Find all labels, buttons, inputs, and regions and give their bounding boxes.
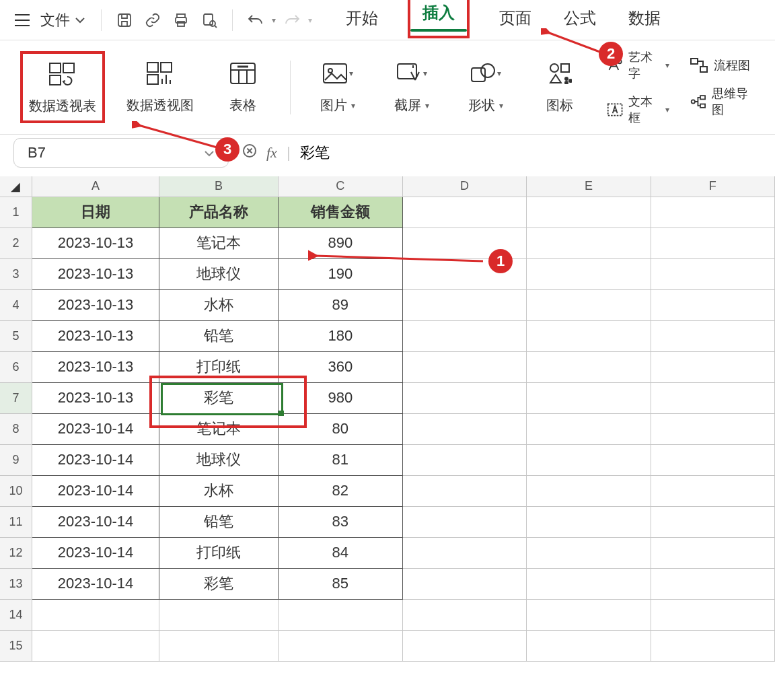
cell[interactable]: 铅笔 [159,320,279,351]
cell[interactable] [651,475,774,506]
cell[interactable]: 2023-10-14 [32,413,159,444]
cell[interactable]: 水杯 [159,289,279,320]
cell[interactable]: 打印纸 [159,537,279,568]
cell[interactable]: 销售金额 [278,197,402,228]
cell[interactable] [651,599,774,630]
row-header[interactable]: 11 [0,506,32,537]
cell[interactable] [402,568,526,599]
cell[interactable] [527,258,651,289]
grid[interactable]: ◢ A B C D E F 1 日期 产品名称 销售金额 2 2023-10-1… [0,176,775,662]
cell[interactable]: 笔记本 [159,228,279,258]
cell[interactable]: 89 [278,289,402,320]
cell[interactable]: 2023-10-13 [32,289,159,320]
cell[interactable]: 190 [278,258,402,289]
row-header[interactable]: 12 [0,537,32,568]
flowchart-button[interactable]: 流程图 [690,57,755,73]
formula-input[interactable] [300,144,569,162]
tab-insert[interactable]: 插入 [408,0,470,38]
cell[interactable]: 2023-10-13 [32,351,159,382]
select-all-corner[interactable]: ◢ [0,176,32,197]
cell[interactable] [402,630,526,661]
icons-button[interactable]: 图标 [533,53,587,121]
cell[interactable] [651,228,774,258]
cell[interactable]: 打印纸 [159,351,279,382]
cell[interactable]: 83 [278,506,402,537]
col-header-F[interactable]: F [651,176,774,197]
cell[interactable] [527,537,651,568]
cell[interactable] [651,537,774,568]
name-box[interactable]: B7 [13,138,229,168]
screenshot-button[interactable]: ▾ 截屏▾ [385,53,439,121]
cell[interactable] [278,599,402,630]
cell[interactable]: 铅笔 [159,506,279,537]
cell[interactable]: 彩笔 [159,568,279,599]
cell[interactable] [527,599,651,630]
cell[interactable]: 2023-10-13 [32,382,159,413]
chevron-down-icon[interactable]: ▾ [308,15,312,25]
cell[interactable] [402,382,526,413]
tab-data[interactable]: 数据 [626,2,663,38]
cell[interactable] [527,197,651,228]
cell[interactable] [527,444,651,475]
cell[interactable]: 日期 [32,197,159,228]
row-header[interactable]: 9 [0,444,32,475]
hamburger-icon[interactable] [13,13,31,28]
cell[interactable]: 2023-10-14 [32,537,159,568]
cell[interactable] [402,506,526,537]
cell[interactable] [402,197,526,228]
cell[interactable]: 180 [278,320,402,351]
cell[interactable]: 2023-10-13 [32,258,159,289]
pivot-table-button[interactable]: 数据透视表 [20,51,105,123]
cell[interactable] [32,599,159,630]
cell[interactable] [278,630,402,661]
cell[interactable] [651,289,774,320]
row-header[interactable]: 7 [0,382,32,413]
row-header[interactable]: 8 [0,413,32,444]
cell[interactable] [527,506,651,537]
chevron-down-icon[interactable]: ▾ [272,15,276,25]
cell[interactable]: 2023-10-13 [32,228,159,258]
cell[interactable] [651,320,774,351]
cell[interactable] [402,599,526,630]
active-cell[interactable]: 彩笔 [159,382,279,413]
row-header[interactable]: 14 [0,599,32,630]
col-header-A[interactable]: A [32,176,159,197]
undo-icon[interactable] [244,8,268,32]
cell[interactable]: 980 [278,382,402,413]
cell[interactable] [527,475,651,506]
cell[interactable] [402,475,526,506]
cell[interactable] [651,258,774,289]
cell[interactable] [159,630,279,661]
cell[interactable] [527,568,651,599]
cell[interactable] [159,599,279,630]
cancel-icon[interactable] [242,143,257,162]
cell[interactable] [527,630,651,661]
row-header[interactable]: 15 [0,630,32,661]
fx-label[interactable]: fx [266,144,277,162]
picture-button[interactable]: ▾ 图片▾ [311,53,365,121]
cell[interactable] [402,413,526,444]
cell[interactable] [527,382,651,413]
cell[interactable] [527,351,651,382]
textbox-button[interactable]: 文本框 ▾ [607,94,669,126]
cell[interactable] [402,444,526,475]
cell[interactable] [402,351,526,382]
tab-page[interactable]: 页面 [496,2,534,38]
row-header[interactable]: 2 [0,228,32,258]
link-icon[interactable] [141,8,165,32]
row-header[interactable]: 5 [0,320,32,351]
cell[interactable]: 82 [278,475,402,506]
row-header[interactable]: 3 [0,258,32,289]
cell[interactable] [651,197,774,228]
cell[interactable]: 2023-10-14 [32,568,159,599]
cell[interactable] [402,537,526,568]
row-header[interactable]: 4 [0,289,32,320]
print-icon[interactable] [169,8,193,32]
col-header-C[interactable]: C [278,176,402,197]
save-icon[interactable] [112,8,137,32]
cell[interactable]: 2023-10-14 [32,506,159,537]
cell[interactable] [527,320,651,351]
cell[interactable]: 水杯 [159,475,279,506]
cell[interactable] [402,320,526,351]
cell[interactable] [527,413,651,444]
